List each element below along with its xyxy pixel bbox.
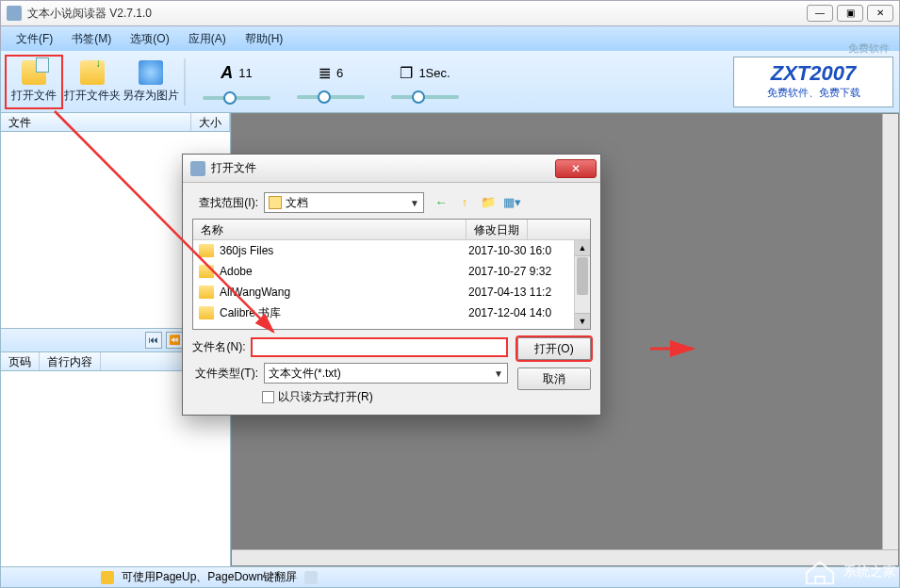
lightbulb-icon [101,571,114,584]
col-size[interactable]: 大小 [191,113,230,131]
readonly-checkbox[interactable] [262,391,274,403]
paragraph-value: 6 [336,66,343,80]
col-name[interactable]: 名称 [193,220,466,239]
open-folder-label: 打开文件夹 [64,88,121,104]
brand-link[interactable]: 免费软件 [848,41,890,56]
scroll-thumb[interactable] [577,257,588,295]
status-bar: 可使用PageUp、PageDown键翻屏 [0,567,900,588]
lookin-value: 文档 [286,195,308,211]
dialog-nav-icons: ← ↑ 📁 ▦▾ [432,193,521,212]
filename-label: 文件名(N): [192,339,245,355]
folder-icon [199,286,214,299]
nav-first[interactable]: ⏮ [145,332,162,349]
title-bar: 文本小说阅读器 V2.7.1.0 — ▣ ✕ [0,0,900,26]
timer-control[interactable]: ❐1Sec. [391,64,459,99]
slider-knob[interactable] [412,90,425,104]
filename-input[interactable] [251,337,508,357]
timer-slider[interactable] [391,95,459,99]
col-first-line[interactable]: 首行内容 [40,352,101,370]
filetype-label: 文件类型(T): [192,366,258,382]
menu-options[interactable]: 选项(O) [121,28,178,50]
minimize-button[interactable]: — [807,5,833,22]
open-folder-button[interactable]: 打开文件夹 [63,55,122,109]
brand-box[interactable]: ZXT2007 免费软件、免费下载 [733,57,893,107]
save-image-button[interactable]: 另存为图片 [122,55,180,109]
open-file-dialog: 打开文件 ✕ 查找范围(I): 文档 ▼ ← ↑ 📁 ▦▾ 名称 修改日期 [182,154,601,416]
toolbar: 打开文件 打开文件夹 另存为图片 A11 ≣6 ❐1Sec. 免费软件 ZXT2… [0,51,900,113]
readonly-checkbox-row[interactable]: 以只读方式打开(R) [192,389,508,405]
dialog-titlebar[interactable]: 打开文件 ✕ [183,155,600,183]
window-title: 文本小说阅读器 V2.7.1.0 [27,6,803,22]
slider-knob[interactable] [223,91,237,105]
paragraph-icon: ≣ [319,64,331,82]
status-tip: 可使用PageUp、PageDown键翻屏 [122,569,297,585]
dialog-close-button[interactable]: ✕ [555,159,597,178]
timer-value: 1Sec. [418,66,450,80]
file-list-header[interactable]: 文件 大小 [1,113,230,132]
menu-bar: 文件(F) 书签(M) 选项(O) 应用(A) 帮助(H) [0,26,900,51]
folder-icon [199,244,214,257]
file-row[interactable]: Calibre 书库2017-12-04 14:0 [193,302,590,323]
filetype-value: 文本文件(*.txt) [269,366,341,382]
menu-apps[interactable]: 应用(A) [179,28,236,50]
dropdown-arrow-icon: ▼ [410,198,419,208]
file-row[interactable]: Adobe2017-10-27 9:32 [193,261,590,282]
font-icon: A [221,63,233,83]
filetype-dropdown[interactable]: 文本文件(*.txt) ▼ [264,363,508,384]
save-icon [139,60,163,85]
horizontal-scrollbar[interactable] [232,549,898,565]
font-size-control[interactable]: A11 [203,63,270,100]
scroll-up-icon[interactable]: ▲ [575,240,590,256]
save-image-label: 另存为图片 [123,88,179,104]
readonly-label: 以只读方式打开(R) [278,389,373,405]
open-file-button[interactable]: 打开文件 [5,55,63,109]
scroll-down-icon[interactable]: ▼ [575,313,590,329]
open-file-label: 打开文件 [11,88,57,104]
vertical-scrollbar[interactable] [882,114,898,549]
file-list-rows[interactable]: 360js Files2017-10-30 16:0 Adobe2017-10-… [193,240,590,329]
view-menu-icon[interactable]: ▦▾ [502,193,521,212]
open-file-icon [22,60,46,85]
file-list-scrollbar[interactable]: ▲ ▼ [574,240,590,329]
dialog-title: 打开文件 [211,160,555,176]
menu-help[interactable]: 帮助(H) [236,28,293,50]
lookin-label: 查找范围(I): [192,195,258,211]
nav-prev[interactable]: ⏪ [166,332,183,349]
file-row[interactable]: AliWangWang2017-04-13 11:2 [193,282,590,302]
file-row[interactable]: 360js Files2017-10-30 16:0 [193,240,590,261]
menu-bookmark[interactable]: 书签(M) [62,28,121,50]
maximize-button[interactable]: ▣ [837,5,863,22]
cancel-button[interactable]: 取消 [517,368,591,390]
back-icon[interactable]: ← [432,193,450,212]
open-button[interactable]: 打开(O) [517,337,591,360]
house-icon [802,558,838,586]
dropdown-arrow-icon: ▼ [494,368,503,379]
pages-icon: ❐ [400,64,413,82]
folder-icon [269,196,282,209]
paragraph-control[interactable]: ≣6 [297,64,365,99]
col-file[interactable]: 文件 [1,113,191,131]
up-icon[interactable]: ↑ [455,193,474,212]
lookin-dropdown[interactable]: 文档 ▼ [264,192,424,213]
col-modified[interactable]: 修改日期 [466,220,528,239]
brand-title: ZXT2007 [734,61,892,86]
slider-knob[interactable] [318,90,331,104]
paragraph-slider[interactable] [297,95,365,99]
dialog-icon [190,161,205,176]
font-slider[interactable] [203,96,270,100]
page-icon [304,571,318,584]
watermark-text: 系统之家 [843,564,896,580]
new-folder-icon[interactable]: 📁 [479,193,498,212]
watermark: 系统之家 [802,558,896,586]
file-list[interactable]: 名称 修改日期 360js Files2017-10-30 16:0 Adobe… [192,219,591,330]
file-list-columns[interactable]: 名称 修改日期 [193,220,590,240]
close-button[interactable]: ✕ [867,5,893,22]
col-page[interactable]: 页码 [1,352,40,370]
app-icon [7,6,22,21]
menu-file[interactable]: 文件(F) [7,28,62,50]
toolbar-separator [184,58,186,106]
folder-icon [199,306,214,319]
font-size-value: 11 [238,66,252,80]
dialog-form: 文件名(N): 文件类型(T): 文本文件(*.txt) ▼ 以只读方式打开(R… [192,337,591,405]
brand-subtitle: 免费软件、免费下载 [734,86,892,100]
